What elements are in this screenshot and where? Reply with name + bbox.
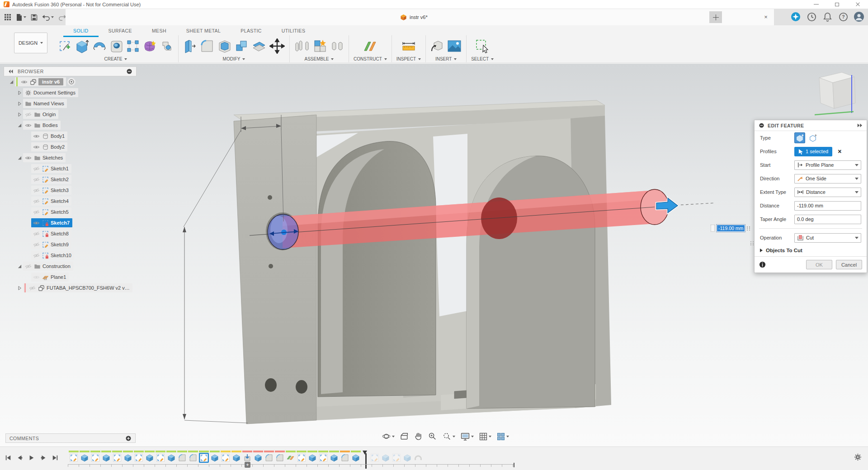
timeline-feature-sketch[interactable] — [370, 451, 380, 463]
type-extrude-button[interactable] — [794, 132, 805, 143]
revolve-button[interactable] — [92, 40, 107, 52]
timeline-feature-sketch[interactable] — [156, 451, 165, 463]
visibility-eye-off-icon[interactable] — [33, 165, 40, 172]
visibility-eye-off-icon[interactable] — [33, 208, 40, 216]
value-handle[interactable] — [711, 225, 715, 232]
visibility-eye-icon[interactable] — [33, 132, 40, 140]
timeline-feature-revolve[interactable] — [413, 451, 423, 463]
pattern-button[interactable] — [127, 40, 139, 52]
press-pull-button[interactable] — [183, 38, 197, 54]
dialog-drag-handle[interactable] — [750, 241, 754, 245]
ok-button[interactable]: OK — [806, 260, 832, 269]
dialog-header[interactable]: EDIT FEATURE — [755, 120, 867, 131]
step-back-button[interactable] — [15, 453, 24, 462]
job-status-button[interactable] — [806, 11, 817, 22]
restore-button[interactable] — [826, 0, 847, 9]
timeline-feature-extrude[interactable] — [145, 451, 155, 463]
new-tab-button[interactable] — [709, 11, 722, 23]
step-forward-button[interactable] — [39, 453, 48, 462]
browser-item-named-views[interactable]: Named Views — [4, 98, 137, 109]
view-cube[interactable] — [815, 72, 855, 115]
select-group-label[interactable]: SELECT — [471, 56, 494, 62]
new-component-button[interactable] — [294, 39, 310, 53]
timeline-feature-extrude[interactable] — [166, 451, 176, 463]
timeline-feature-fillet[interactable] — [188, 451, 198, 463]
display-dropdown-icon[interactable] — [471, 436, 474, 437]
hole-button[interactable] — [110, 39, 123, 53]
zoom-button[interactable] — [427, 431, 438, 442]
clear-selection-icon[interactable]: × — [838, 148, 841, 155]
viewports-button[interactable] — [495, 431, 510, 442]
expand-icon[interactable] — [16, 285, 23, 291]
browser-item-origin[interactable]: Origin — [4, 109, 137, 120]
timeline-feature-fillet[interactable] — [275, 451, 285, 463]
zoom-window-dropdown-icon[interactable] — [453, 436, 455, 437]
display-settings-button[interactable] — [459, 431, 475, 442]
timeline-feature-fillet[interactable] — [177, 451, 187, 463]
modify-group-label[interactable]: MODIFY — [223, 56, 245, 62]
browser-item-document-settings[interactable]: Document Settings — [4, 87, 137, 98]
pan-button[interactable] — [413, 431, 424, 442]
visibility-eye-icon[interactable] — [20, 78, 28, 85]
profiles-selection-button[interactable]: 1 selected — [794, 147, 832, 156]
browser-item-sketch2[interactable]: Sketch2 — [4, 174, 137, 185]
combine-button[interactable] — [235, 39, 249, 53]
minimize-button[interactable] — [806, 0, 826, 9]
distance-input[interactable]: -119.00 mm — [794, 201, 861, 211]
info-icon[interactable] — [759, 261, 766, 268]
timeline-feature-extrude[interactable] — [80, 451, 90, 463]
sweep-button[interactable] — [160, 39, 174, 53]
notifications-button[interactable] — [822, 11, 833, 22]
undo-button[interactable] — [41, 11, 55, 23]
timeline-feature-extrude[interactable] — [329, 451, 339, 463]
timeline-feature-extrude[interactable] — [307, 451, 317, 463]
visibility-eye-off-icon[interactable] — [24, 111, 32, 118]
timeline-feature-sketch[interactable] — [199, 451, 209, 463]
workspace-selector[interactable]: DESIGN — [14, 33, 47, 53]
timeline-feature-sketch[interactable] — [221, 451, 231, 463]
extrude-button[interactable] — [75, 38, 89, 54]
grid-dropdown-icon[interactable] — [489, 436, 491, 437]
timeline-feature-extrude[interactable] — [253, 451, 263, 463]
collapse-icon[interactable] — [16, 263, 23, 270]
dialog-expand-icon[interactable] — [857, 123, 863, 128]
collapse-icon[interactable] — [16, 122, 23, 129]
viewports-dropdown-icon[interactable] — [506, 436, 509, 437]
timeline-feature-insert[interactable] — [242, 451, 252, 463]
browser-item-bodies[interactable]: Bodies — [4, 120, 137, 131]
timeline-feature-extrude[interactable] — [351, 451, 361, 463]
help-button[interactable]: ? — [838, 11, 849, 22]
timeline-feature-fillet[interactable] — [264, 451, 274, 463]
visibility-eye-off-icon[interactable] — [24, 263, 32, 270]
insert-derive-button[interactable] — [430, 39, 444, 53]
move-copy-button[interactable] — [269, 38, 285, 54]
type-thin-extrude-button[interactable] — [807, 132, 818, 143]
objects-to-cut-row[interactable]: Objects To Cut — [755, 244, 867, 256]
selected-profile[interactable] — [268, 214, 298, 249]
timeline-insert-badge[interactable]: + — [245, 462, 250, 468]
timeline-feature-sketch[interactable] — [134, 451, 144, 463]
zoom-window-button[interactable] — [441, 431, 456, 442]
direction-select[interactable]: One Side — [794, 174, 861, 183]
save-button[interactable] — [29, 11, 39, 23]
browser-item-sketches[interactable]: Sketches — [4, 152, 137, 163]
operation-select[interactable]: Cut — [794, 233, 861, 243]
browser-minimize-icon[interactable] — [126, 68, 132, 75]
as-built-joint-button[interactable] — [330, 40, 344, 52]
play-button[interactable] — [27, 453, 36, 462]
visibility-eye-off-icon[interactable] — [33, 252, 40, 259]
user-avatar[interactable] — [854, 11, 864, 22]
visibility-eye-off-icon[interactable] — [28, 284, 36, 291]
extensions-button[interactable] — [790, 11, 801, 22]
canvas-button[interactable] — [447, 40, 462, 52]
look-at-button[interactable] — [399, 431, 410, 442]
visibility-eye-off-icon[interactable] — [33, 197, 40, 205]
measure-button[interactable] — [401, 40, 416, 52]
timeline-ruler[interactable] — [68, 464, 514, 467]
app-menu-button[interactable] — [3, 11, 13, 23]
timeline-feature-extrude[interactable] — [231, 451, 241, 463]
timeline-feature-sketch[interactable] — [69, 451, 79, 463]
collapse-icon[interactable] — [8, 79, 15, 85]
timeline-feature-extrude[interactable] — [381, 451, 391, 463]
visibility-eye-icon[interactable] — [24, 154, 32, 161]
